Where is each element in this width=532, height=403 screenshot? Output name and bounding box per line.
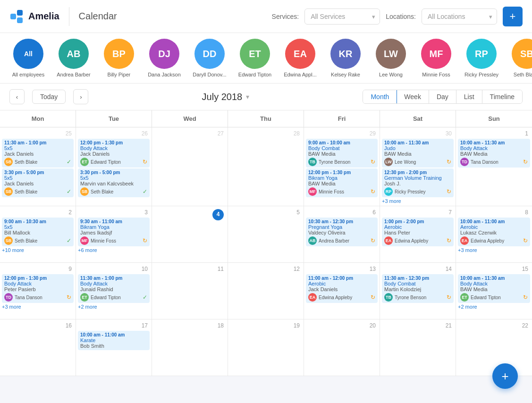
- calendar-event[interactable]: 9:30 am - 11:00 amBikram YogaJames Ikads…: [78, 218, 150, 246]
- more-link[interactable]: +6 more: [78, 247, 150, 253]
- today-button[interactable]: Today: [32, 90, 66, 104]
- today-date: 4: [212, 209, 224, 220]
- cal-cell: 29:00 am - 10:30 am5x5Bill Mallock SB Se…: [0, 206, 76, 263]
- more-link[interactable]: +3 more: [2, 304, 74, 310]
- event-time: 11:00 am - 12:00 pm: [308, 276, 375, 281]
- employee-item-billy[interactable]: BPBilly Piper: [100, 39, 138, 77]
- event-title: 5x5: [4, 175, 71, 181]
- employee-item-seth[interactable]: SBSeth Blak...: [508, 39, 532, 77]
- event-attendee-name: Edward Tipton: [91, 295, 141, 300]
- employee-item-daryll[interactable]: DDDaryll Donov...: [191, 39, 228, 77]
- view-week-button[interactable]: Week: [397, 90, 429, 103]
- employee-item-ricky[interactable]: RPRicky Pressley: [463, 39, 500, 77]
- event-avatar: TD: [460, 158, 469, 166]
- calendar-event[interactable]: 3:30 pm - 5:00 pm5x5Marvin van Kalcvsbee…: [78, 168, 150, 197]
- calendar-event[interactable]: 3:30 pm - 5:00 pm5x5Jack Daniels SB Seth…: [2, 168, 74, 197]
- prev-button[interactable]: ‹: [9, 89, 25, 104]
- more-link[interactable]: +2 more: [458, 304, 530, 310]
- calendar-event[interactable]: 10:00 am - 11:00 amKarateBob Smith: [78, 331, 150, 350]
- calendar-event[interactable]: 11:30 am - 12:30 pmBody CombatMartin Kol…: [382, 274, 454, 303]
- more-link[interactable]: +10 more: [2, 247, 74, 253]
- more-link[interactable]: +3 more: [382, 198, 454, 204]
- calendar-event[interactable]: 12:00 pm - 1:30 pmBikram YogaBAW Media M…: [306, 168, 378, 197]
- cal-cell: 28: [228, 127, 304, 206]
- event-attendee-row: ET Edward Tipton ✓: [80, 293, 147, 302]
- more-link[interactable]: +2 more: [78, 304, 150, 310]
- cal-cell: 610:30 am - 12:30 pmPregnant YogaValdecy…: [304, 206, 380, 263]
- event-avatar: SB: [4, 158, 13, 166]
- event-status-icon: ↻: [371, 188, 375, 195]
- cal-cell: 2612:00 pm - 1:30 pmBody AttackJack Dani…: [76, 127, 152, 206]
- view-timeline-button[interactable]: Timeline: [482, 90, 522, 103]
- view-list-button[interactable]: List: [456, 90, 482, 103]
- employee-item-minnie[interactable]: MFMinnie Foss: [417, 39, 455, 77]
- cal-cell: 71:00 pm - 2:00 pmAerobicHans Peter EA E…: [380, 206, 456, 263]
- event-avatar: ET: [80, 158, 89, 166]
- avatar: EA: [285, 39, 315, 69]
- event-time: 12:00 pm - 1:30 pm: [80, 140, 147, 145]
- more-link[interactable]: +3 more: [458, 247, 530, 253]
- employee-item-edward[interactable]: ETEdward Tipton: [236, 39, 274, 77]
- view-month-button[interactable]: Month: [363, 90, 397, 104]
- cal-header-wed: Wed: [152, 110, 228, 127]
- calendar-event[interactable]: 10:00 am - 11:30 amBody AttackBAW Media …: [458, 139, 530, 168]
- event-status-icon: ✓: [143, 294, 147, 301]
- event-time: 10:00 am - 11:00 am: [80, 332, 147, 337]
- calendar-event[interactable]: 12:30 pm - 2:00 pmGerman Volume Training…: [382, 168, 454, 197]
- header-add-button[interactable]: +: [503, 7, 523, 26]
- calendar-event[interactable]: 11:30 am - 1:00 pmBody AttackJunaid Rash…: [78, 274, 150, 303]
- next-button[interactable]: ›: [73, 89, 88, 104]
- event-status-icon: ↻: [523, 294, 528, 301]
- calendar-event[interactable]: 10:00 am - 11:30 amBody AttackBAW Media …: [458, 274, 530, 303]
- calendar-event[interactable]: 10:00 am - 11:30 amJudoBAW Media LW Lee …: [382, 139, 454, 168]
- event-subtitle: Josh J.: [384, 181, 451, 186]
- calendar-event[interactable]: 9:00 am - 10:30 am5x5Bill Mallock SB Set…: [2, 218, 74, 246]
- event-status-icon: ↻: [447, 188, 451, 195]
- employee-item-all[interactable]: AllAll employees: [9, 39, 47, 77]
- cal-cell: 299:00 am - 10:00 amBody CombatBAW Media…: [304, 127, 380, 206]
- event-time: 11:30 am - 1:00 pm: [80, 276, 147, 281]
- event-subtitle: Jack Daniels: [308, 286, 375, 292]
- calendar-event[interactable]: 12:00 pm - 1:30 pmBody AttackJack Daniel…: [78, 139, 150, 168]
- event-avatar: EA: [460, 236, 469, 245]
- calendar-event[interactable]: 10:00 am - 11:00 amAerobicLukasz Czerwik…: [458, 218, 530, 246]
- employee-item-lee[interactable]: LWLee Wong: [372, 39, 410, 77]
- employee-item-edwina[interactable]: EAEdwina Appl...: [281, 39, 319, 77]
- event-attendee-row: SB Seth Blake ✓: [80, 187, 147, 196]
- event-time: 9:00 am - 10:00 am: [308, 140, 375, 145]
- view-day-button[interactable]: Day: [429, 90, 456, 103]
- event-time: 10:00 am - 11:30 am: [460, 276, 528, 281]
- employee-item-andrea[interactable]: ABAndrea Barber: [55, 39, 93, 77]
- event-subtitle: Jack Daniels: [4, 181, 71, 186]
- page-title: Calendar: [79, 11, 117, 22]
- event-title: Aerobic: [308, 281, 375, 286]
- calendar-event[interactable]: 10:30 am - 12:30 pmPregnant YogaValdecy …: [306, 218, 378, 246]
- employee-item-kelsey[interactable]: KRKelsey Rake: [327, 39, 364, 77]
- month-dropdown-icon[interactable]: ▾: [246, 93, 249, 101]
- cal-cell: 16: [0, 319, 76, 376]
- event-subtitle: James Ikadsjf: [80, 230, 147, 235]
- avatar: DJ: [149, 39, 179, 69]
- services-select[interactable]: All Services: [304, 8, 380, 25]
- calendar-event[interactable]: 9:00 am - 10:00 amBody CombatBAW Media T…: [306, 139, 378, 168]
- header-filters: Services: All Services Locations: All Lo…: [272, 7, 523, 26]
- calendar-event[interactable]: 11:30 am - 1:00 pm5x5Jack Daniels SB Set…: [2, 139, 74, 168]
- event-title: Pregnant Yoga: [308, 224, 375, 230]
- cal-date-number: 21: [382, 321, 454, 331]
- event-time: 12:30 pm - 2:00 pm: [384, 170, 451, 175]
- cal-cell: 27: [152, 127, 228, 206]
- cal-header-mon: Mon: [0, 110, 76, 127]
- employee-item-dana[interactable]: DJDana Jackson: [145, 39, 183, 77]
- services-select-wrapper[interactable]: All Services: [304, 8, 380, 25]
- calendar-event[interactable]: 11:00 am - 12:00 pmAerobicJack Daniels E…: [306, 274, 378, 303]
- cal-header-sat: Sat: [380, 110, 456, 127]
- calendar-event[interactable]: 12:00 pm - 1:30 pmBody AttackPeter Pasie…: [2, 274, 74, 303]
- event-attendee-row: MF Minnie Foss ↻: [80, 236, 147, 245]
- event-avatar: TD: [4, 293, 13, 302]
- locations-select[interactable]: All Locations: [422, 8, 497, 25]
- locations-select-wrapper[interactable]: All Locations: [422, 8, 497, 25]
- cal-header-fri: Fri: [304, 110, 380, 127]
- calendar-event[interactable]: 1:00 pm - 2:00 pmAerobicHans Peter EA Ed…: [382, 218, 454, 246]
- cal-cell: 3010:00 am - 11:30 amJudoBAW Media LW Le…: [380, 127, 456, 206]
- cal-date-number: 22: [458, 321, 530, 331]
